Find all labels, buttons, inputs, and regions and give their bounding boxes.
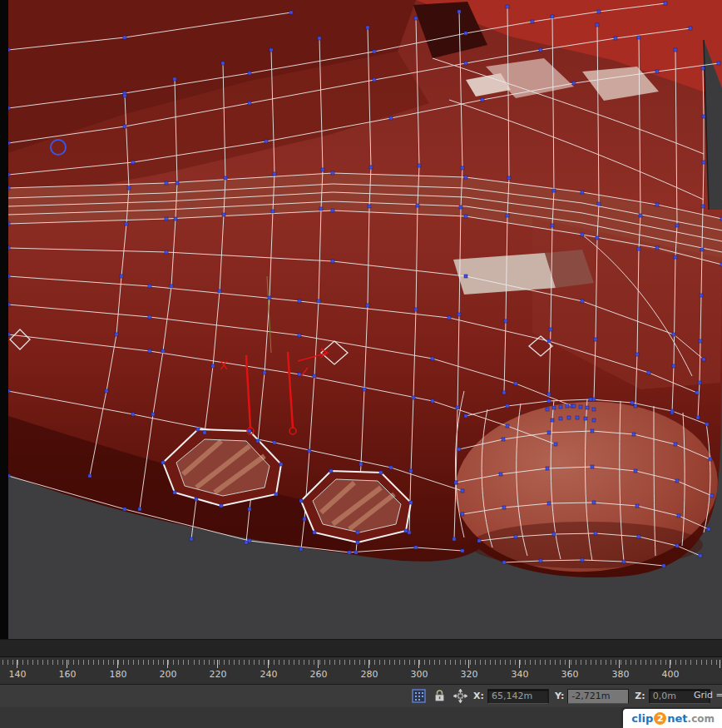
- ruler-label: 180: [104, 669, 132, 680]
- coordinate-y: Y: -2,721m: [555, 689, 629, 704]
- ruler-label: 380: [606, 669, 635, 680]
- watermark-two-badge: 2: [654, 712, 666, 725]
- ruler-major-ticks: [17, 660, 722, 668]
- watermark-net: net: [667, 712, 687, 725]
- viewport[interactable]: X: [0, 0, 722, 639]
- y-label: Y:: [555, 691, 564, 701]
- four-arrows-icon[interactable]: [452, 689, 467, 704]
- ruler-label: 360: [556, 669, 584, 680]
- track-bar[interactable]: [0, 639, 722, 657]
- ruler-label: 260: [304, 669, 333, 680]
- x-field[interactable]: 65,142m: [487, 689, 549, 704]
- viewport-left-border: [0, 0, 8, 639]
- watermark-com: .com: [688, 713, 715, 725]
- mesh-canvas: X: [0, 0, 722, 639]
- app-window: X 140 160 180 200 220 240 260 280 300 32…: [0, 0, 722, 728]
- ruler-label: 200: [154, 669, 182, 680]
- ruler-label: 400: [656, 669, 685, 680]
- status-bar: X: 65,142m Y: -2,721m Z: 0,0m Grid = 1: [0, 684, 722, 707]
- bottom-strip: clip 2 net .com: [0, 707, 722, 728]
- ruler-label: 280: [355, 669, 383, 680]
- time-ruler[interactable]: 140 160 180 200 220 240 260 280 300 320 …: [0, 657, 722, 684]
- y-field[interactable]: -2,721m: [567, 689, 629, 704]
- ruler-label: 320: [455, 669, 483, 680]
- coordinate-x: X: 65,142m: [473, 689, 549, 704]
- ruler-label: 220: [204, 669, 232, 680]
- watermark-clip: clip: [631, 712, 653, 725]
- x-label: X:: [473, 691, 484, 701]
- clip2net-watermark[interactable]: clip 2 net .com: [623, 709, 722, 728]
- gizmo-axis-label: X: [220, 359, 228, 372]
- dot-grid-icon[interactable]: [411, 689, 426, 704]
- ruler-label: 300: [405, 669, 433, 680]
- ruler-label: 160: [53, 669, 82, 680]
- ruler-label: 140: [3, 669, 32, 680]
- lock-icon[interactable]: [432, 689, 447, 704]
- grid-spacing-readout: Grid = 1: [694, 690, 722, 701]
- ruler-label: 340: [506, 669, 534, 680]
- ruler-label: 240: [255, 669, 283, 680]
- z-label: Z:: [635, 691, 645, 701]
